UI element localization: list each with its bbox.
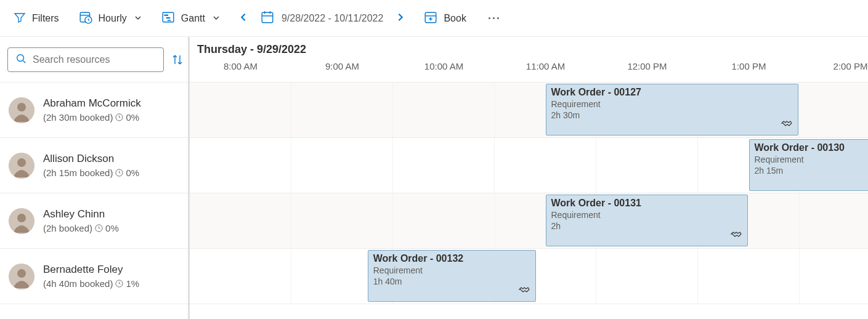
- layout-mode-dropdown[interactable]: Gantt: [160, 8, 221, 29]
- time-column-header: 1:00 PM: [698, 57, 800, 75]
- booking-subtitle: Requirement: [755, 155, 869, 164]
- resource-row[interactable]: Ashley Chinn (2h booked) 0%: [0, 193, 188, 249]
- prev-range-button[interactable]: [238, 12, 248, 24]
- booking-card[interactable]: Work Order - 00130 Requirement 2h 15m: [749, 139, 869, 191]
- schedule-timeline: Thursday - 9/29/2022 8:00 AM9:00 AM10:00…: [190, 37, 868, 319]
- filters-label: Filters: [32, 13, 59, 24]
- gantt-icon: [161, 10, 175, 26]
- booking-card[interactable]: Work Order - 00131 Requirement 2h: [546, 195, 748, 246]
- clock-icon: [95, 224, 103, 232]
- toolbar: Filters Hourly Gantt 9/28/2022 - 10/11/2…: [0, 0, 868, 37]
- chevron-down-icon: [134, 13, 142, 24]
- view-mode-label: Hourly: [99, 13, 127, 24]
- resource-row[interactable]: Abraham McCormick (2h 30m booked) 0%: [0, 83, 188, 138]
- time-column-header: 9:00 AM: [291, 57, 393, 75]
- booking-subtitle: Requirement: [551, 99, 793, 109]
- booking-duration: 1h 40m: [373, 277, 530, 286]
- booking-title: Work Order - 00131: [551, 198, 742, 209]
- calendar-icon: [261, 10, 274, 26]
- timeline-row[interactable]: Work Order - 00131 Requirement 2h: [190, 193, 868, 249]
- time-column-header: 10:00 AM: [393, 57, 495, 75]
- timeline-row[interactable]: Work Order - 00132 Requirement 1h 40m: [190, 249, 868, 304]
- handshake-icon: [518, 283, 530, 297]
- resource-meta: (2h booked) 0%: [43, 223, 119, 233]
- timeline-row[interactable]: Work Order - 00130 Requirement 2h 15m: [190, 138, 868, 193]
- avatar: [9, 264, 34, 289]
- search-icon: [15, 53, 26, 66]
- date-range-label: 9/28/2022 - 10/11/2022: [282, 13, 383, 24]
- booking-card[interactable]: Work Order - 00127 Requirement 2h 30m: [546, 84, 799, 135]
- booking-title: Work Order - 00130: [755, 142, 869, 153]
- booking-duration: 2h: [551, 221, 742, 231]
- book-button[interactable]: Book: [423, 8, 467, 29]
- clock-icon: [115, 280, 123, 288]
- avatar: [9, 208, 34, 234]
- resource-name: Abraham McCormick: [43, 97, 141, 110]
- resource-list: Abraham McCormick (2h 30m booked) 0% All…: [0, 83, 188, 304]
- booking-duration: 2h 15m: [755, 166, 869, 176]
- avatar: [9, 97, 34, 123]
- date-range-picker[interactable]: 9/28/2022 - 10/11/2022: [261, 10, 383, 26]
- chevron-down-icon: [213, 13, 220, 24]
- next-range-button[interactable]: [395, 12, 405, 24]
- booking-title: Work Order - 00127: [551, 87, 793, 98]
- sort-resources-button[interactable]: [171, 54, 184, 66]
- resource-meta: (4h 40m booked) 1%: [43, 278, 139, 289]
- calendar-clock-icon: [79, 10, 92, 26]
- booking-card[interactable]: Work Order - 00132 Requirement 1h 40m: [368, 250, 536, 302]
- booking-subtitle: Requirement: [551, 210, 742, 220]
- resource-name: Bernadette Foley: [43, 264, 139, 276]
- clock-icon: [115, 169, 123, 177]
- timeline-row[interactable]: Work Order - 00127 Requirement 2h 30m: [190, 83, 868, 138]
- time-column-header: 12:00 PM: [596, 57, 698, 75]
- avatar: [9, 153, 34, 179]
- handshake-icon: [781, 117, 793, 131]
- view-mode-dropdown[interactable]: Hourly: [78, 8, 143, 29]
- resource-row[interactable]: Allison Dickson (2h 15m booked) 0%: [0, 138, 188, 193]
- booking-duration: 2h 30m: [551, 110, 793, 120]
- search-resources-input[interactable]: [7, 47, 164, 72]
- booking-subtitle: Requirement: [373, 265, 530, 275]
- layout-mode-label: Gantt: [181, 13, 205, 24]
- clock-icon: [115, 113, 123, 121]
- resource-meta: (2h 30m booked) 0%: [43, 112, 141, 123]
- time-column-header: 2:00 PM: [800, 57, 868, 75]
- resource-name: Allison Dickson: [43, 153, 139, 165]
- more-actions-button[interactable]: [485, 14, 503, 23]
- booking-title: Work Order - 00132: [373, 253, 530, 264]
- book-label: Book: [444, 13, 466, 24]
- resource-row[interactable]: Bernadette Foley (4h 40m booked) 1%: [0, 249, 188, 304]
- calendar-plus-icon: [424, 10, 437, 26]
- filters-button[interactable]: Filters: [12, 9, 60, 28]
- resource-sidebar: Abraham McCormick (2h 30m booked) 0% All…: [0, 37, 190, 319]
- time-column-header: 8:00 AM: [190, 57, 291, 75]
- timeline-date-header: Thursday - 9/29/2022: [190, 37, 868, 57]
- time-column-header: 11:00 AM: [495, 57, 596, 75]
- resource-meta: (2h 15m booked) 0%: [43, 168, 139, 178]
- search-field[interactable]: [33, 54, 156, 65]
- handshake-icon: [730, 228, 742, 242]
- resource-name: Ashley Chinn: [43, 208, 119, 220]
- filter-icon: [14, 11, 26, 26]
